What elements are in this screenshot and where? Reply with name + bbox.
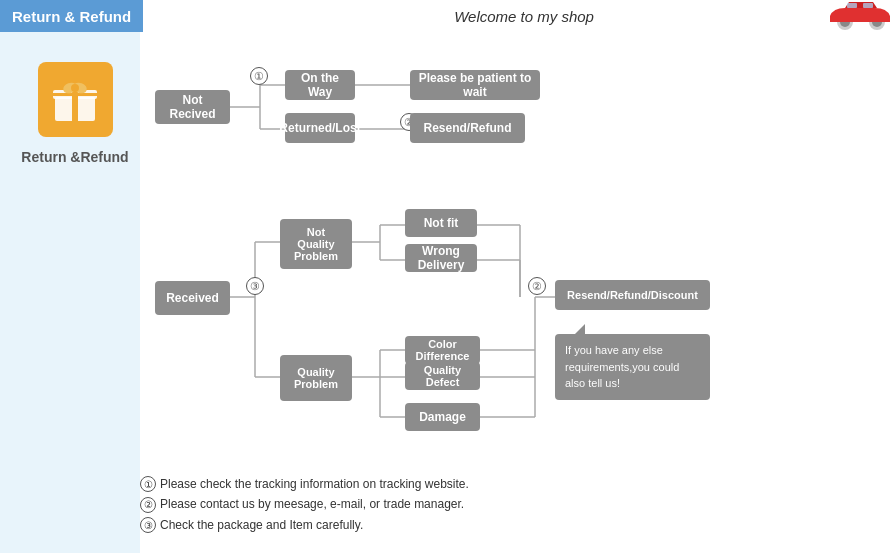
info-box-notch: [575, 324, 585, 334]
gift-icon: [50, 75, 100, 125]
node-wrong-delivery: Wrong Delivery: [405, 244, 477, 272]
left-panel: Return &Refund: [10, 42, 140, 553]
header-title: Return & Refund: [12, 8, 131, 25]
node-not-quality: Not Quality Problem: [280, 219, 352, 269]
node-not-fit: Not fit: [405, 209, 477, 237]
header: Return & Refund Welcome to my shop: [0, 0, 895, 32]
note-text-1: Please check the tracking information on…: [160, 474, 469, 494]
badge-2-lower: ②: [528, 277, 546, 295]
note-text-2: Please contact us by meesage, e-mail, or…: [160, 494, 464, 514]
note-badge-1: ①: [140, 476, 156, 492]
node-not-received: Not Recived: [155, 90, 230, 124]
note-text-3: Check the package and Item carefully.: [160, 515, 363, 535]
node-damage: Damage: [405, 403, 480, 431]
gift-icon-box: [38, 62, 113, 137]
header-title-bar: Return & Refund: [0, 0, 143, 32]
badge-3: ③: [246, 277, 264, 295]
node-returned-lost: Returned/Lost: [285, 113, 355, 143]
svg-point-12: [71, 84, 79, 92]
note-badge-3: ③: [140, 517, 156, 533]
node-on-the-way: On the Way: [285, 70, 355, 100]
note-badge-2: ②: [140, 497, 156, 513]
svg-rect-5: [863, 3, 873, 8]
svg-rect-4: [847, 3, 857, 8]
header-welcome: Welcome to my shop: [143, 8, 825, 25]
info-box-text: If you have any else requirements,you co…: [565, 344, 679, 389]
car-icon: [825, 0, 895, 32]
node-resend-refund-upper: Resend/Refund: [410, 113, 525, 143]
node-quality-problem: Quality Problem: [280, 355, 352, 401]
node-please-wait: Please be patient to wait: [410, 70, 540, 100]
node-quality-defect: Quality Defect: [405, 362, 480, 390]
notes-section: ① Please check the tracking information …: [140, 474, 469, 535]
badge-1-upper: ①: [250, 67, 268, 85]
left-panel-label: Return &Refund: [21, 149, 128, 165]
car-decoration: [825, 0, 895, 32]
note-1: ① Please check the tracking information …: [140, 474, 469, 494]
info-box: If you have any else requirements,you co…: [555, 334, 710, 400]
note-2: ② Please contact us by meesage, e-mail, …: [140, 494, 469, 514]
svg-rect-9: [53, 93, 97, 96]
note-3: ③ Check the package and Item carefully.: [140, 515, 469, 535]
node-received: Received: [155, 281, 230, 315]
node-color-diff: Color Difference: [405, 336, 480, 364]
node-resend-refund-discount: Resend/Refund/Discount: [555, 280, 710, 310]
